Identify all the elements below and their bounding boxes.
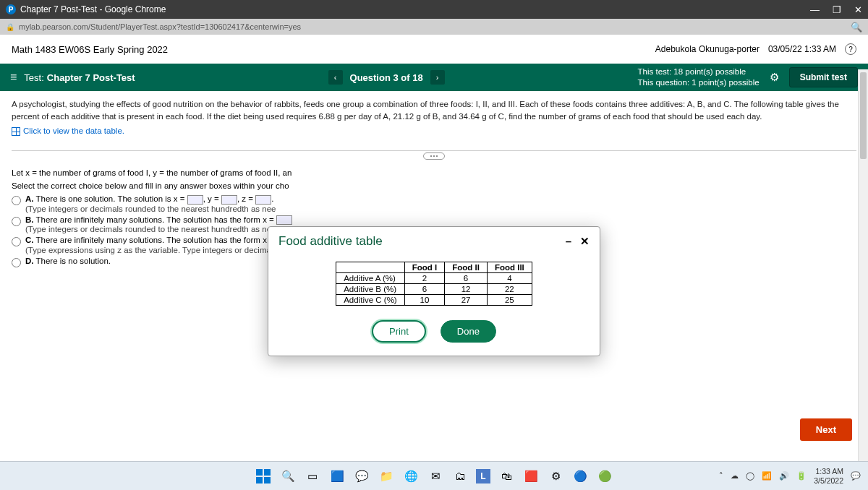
intro-line-1: Let x = the number of grams of food I, y…	[12, 168, 856, 177]
system-clock[interactable]: 1:33 AM3/5/2022	[814, 467, 843, 485]
minimize-icon[interactable]: ―	[810, 4, 820, 15]
battery-icon[interactable]: 🔋	[796, 471, 807, 481]
search-icon[interactable]: 🔍	[279, 468, 297, 485]
done-button[interactable]: Done	[441, 320, 496, 343]
user-name: Adebukola Okunuga-porter	[655, 44, 760, 54]
zoom-icon[interactable]: 🔍	[851, 22, 862, 33]
wifi-icon[interactable]: 📶	[762, 471, 772, 481]
problem-text: A psychologist, studying the effects of …	[12, 100, 839, 121]
maximize-icon[interactable]: ❐	[833, 4, 841, 15]
question-counter: Question 3 of 18	[347, 72, 426, 83]
app-l-icon[interactable]: L	[476, 469, 490, 483]
test-name: Chapter 7 Post-Test	[47, 72, 135, 83]
course-header: Math 1483 EW06S Early Spring 2022 Adebuk…	[0, 35, 868, 64]
modal-title: Food additive table	[278, 234, 383, 249]
chrome-canary-icon[interactable]: 🟢	[596, 468, 613, 485]
scroll-thumb[interactable]	[860, 72, 867, 159]
windows-taskbar: 🔍 ▭ 🟦 💬 📁 🌐 ✉ 🗂 L 🛍 🟥 ⚙ 🔵 🟢 ˄ ☁ ◯ 📶 🔊 🔋 …	[0, 461, 868, 490]
input-z[interactable]	[255, 195, 271, 205]
data-table-modal: Food additive table – ✕ Food I Food II F…	[268, 226, 600, 356]
next-question-button[interactable]: ›	[430, 70, 445, 85]
print-button[interactable]: Print	[372, 320, 426, 343]
modal-close-icon[interactable]: ✕	[580, 235, 590, 248]
expand-toggle[interactable]	[423, 152, 445, 160]
next-button[interactable]: Next	[800, 418, 852, 441]
header-datetime: 03/05/22 1:33 AM	[768, 44, 836, 54]
table-icon	[12, 127, 20, 136]
radio-b[interactable]	[12, 217, 21, 226]
settings-icon[interactable]: ⚙	[770, 71, 779, 84]
input-bx[interactable]	[276, 215, 292, 225]
task-view-icon[interactable]: ▭	[304, 468, 321, 485]
radio-d[interactable]	[12, 258, 21, 267]
app-folder-icon[interactable]: 🗂	[451, 468, 469, 485]
input-y[interactable]	[221, 195, 237, 205]
cloud-icon[interactable]: ◯	[746, 471, 754, 481]
problem-statement: A psychologist, studying the effects of …	[0, 91, 868, 146]
additive-table: Food I Food II Food III Additive A (%)26…	[336, 262, 532, 306]
course-name: Math 1483 EW06S Early Spring 2022	[12, 44, 168, 55]
settings-tb-icon[interactable]: ⚙	[547, 468, 564, 485]
divider	[12, 150, 856, 151]
explorer-icon[interactable]: 📁	[378, 468, 395, 485]
radio-c[interactable]	[12, 237, 21, 246]
radio-a[interactable]	[12, 196, 21, 205]
scrollbar[interactable]	[858, 69, 868, 461]
volume-icon[interactable]: 🔊	[779, 471, 789, 481]
notifications-icon[interactable]: 💬	[851, 471, 861, 481]
edge-icon[interactable]: 🌐	[402, 468, 420, 485]
modal-minimize-icon[interactable]: –	[566, 235, 571, 248]
test-label: Test:	[24, 72, 43, 83]
input-x[interactable]	[187, 195, 203, 205]
menu-icon[interactable]: ≡	[10, 71, 17, 84]
chrome-titlebar: P Chapter 7 Post-Test - Google Chrome ― …	[0, 0, 868, 19]
widgets-icon[interactable]: 🟦	[328, 468, 346, 485]
choice-a[interactable]: A. There is one solution. The solution i…	[12, 194, 856, 212]
chat-icon[interactable]: 💬	[353, 468, 370, 485]
chrome-icon[interactable]: 🔵	[571, 468, 589, 485]
view-data-table-link[interactable]: Click to view the data table.	[12, 125, 124, 137]
help-icon[interactable]: ?	[845, 43, 856, 55]
address-bar: 🔒 mylab.pearson.com/Student/PlayerTest.a…	[0, 19, 868, 35]
lock-icon: 🔒	[6, 23, 14, 31]
store-icon[interactable]: 🛍	[498, 468, 515, 485]
window-title: Chapter 7 Post-Test - Google Chrome	[20, 4, 166, 14]
url-text[interactable]: mylab.pearson.com/Student/PlayerTest.asp…	[19, 22, 301, 31]
start-button[interactable]	[255, 468, 272, 485]
app-red-icon[interactable]: 🟥	[522, 468, 540, 485]
question-points: This question: 1 point(s) possible	[638, 77, 760, 88]
onedrive-icon[interactable]: ☁	[731, 471, 739, 481]
pearson-icon: P	[6, 4, 16, 14]
intro-line-2: Select the correct choice below and fill…	[12, 181, 856, 190]
prev-question-button[interactable]: ‹	[328, 70, 343, 85]
tray-chevron-icon[interactable]: ˄	[719, 471, 723, 481]
test-bar: ≡ Test: Chapter 7 Post-Test ‹ Question 3…	[0, 64, 868, 91]
submit-test-button[interactable]: Submit test	[789, 67, 858, 87]
mail-icon[interactable]: ✉	[427, 468, 444, 485]
test-points: This test: 18 point(s) possible	[638, 66, 760, 77]
close-icon[interactable]: ✕	[854, 4, 862, 15]
